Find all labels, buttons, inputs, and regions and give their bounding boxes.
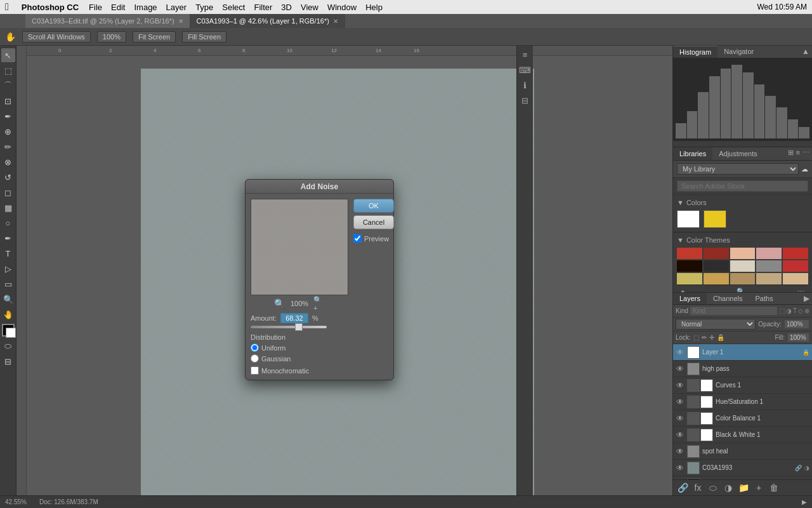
eraser-tool[interactable]: ◻ [1,185,15,199]
panel-options-icon[interactable]: ▲ [799,46,812,58]
foreground-color-chip[interactable] [2,324,15,337]
menu-filter[interactable]: Filter [254,3,272,12]
adj-filter-icon[interactable]: ◑ [786,307,792,314]
amount-slider-thumb[interactable] [295,323,303,331]
menu-image[interactable]: Image [134,3,157,12]
uniform-label[interactable]: Uniform [261,344,286,352]
pen-tool[interactable]: ✒ [1,231,15,245]
theme-swatch-4[interactable] [783,248,808,259]
layer-item-highpass[interactable]: 👁 high pass [673,361,812,377]
path-selection-tool[interactable]: ▷ [1,262,15,276]
zoom-100-button[interactable]: 100% [97,31,126,43]
quick-mask-tool[interactable]: ⬭ [1,339,15,353]
add-theme-button[interactable]: + [681,288,684,292]
tab-navigator[interactable]: Navigator [717,46,760,58]
layer-vis-5[interactable]: 👁 [676,414,684,423]
dodge-tool[interactable]: ○ [1,216,15,230]
apple-menu[interactable]:  [5,1,9,13]
pixel-filter-icon[interactable]: ⬚ [779,307,785,314]
move-tool[interactable]: ↖ [1,48,15,62]
crop-tool[interactable]: ⊡ [1,94,15,108]
menu-edit[interactable]: Edit [111,3,125,12]
theme-swatch-2[interactable] [730,248,756,259]
brush-tool[interactable]: ✏ [1,140,15,154]
theme-swatch-0[interactable] [677,248,702,259]
cancel-button[interactable]: Cancel [353,215,394,229]
menu-window[interactable]: Window [327,3,357,12]
gradient-tool[interactable]: ▦ [1,201,15,215]
libraries-options-icon[interactable]: ⋯ [802,149,809,159]
themes-expand-icon[interactable]: ▼ [677,236,684,244]
layer-effects-button[interactable]: fx [692,482,704,493]
layer-vis-6[interactable]: 👁 [676,431,684,439]
layer-vis-2[interactable]: 👁 [676,364,684,373]
menu-view[interactable]: View [301,3,318,12]
menu-layer[interactable]: Layer [166,3,187,12]
tab-layers[interactable]: Layers [673,293,707,304]
tab-libraries[interactable]: Libraries [673,147,712,160]
blend-mode-select[interactable]: Normal [676,319,756,330]
panel-toggle-3[interactable]: ℹ [519,79,532,91]
tab-1-close[interactable]: ✕ [178,18,183,25]
type-filter-icon[interactable]: T [793,307,797,314]
new-layer-button[interactable]: + [753,482,764,493]
layer-item-c03a1993[interactable]: 👁 C03A1993 🔗 ◑ [673,460,812,476]
theme-swatch-3[interactable] [756,248,782,259]
tab-2-close[interactable]: ✕ [333,18,338,25]
theme-swatch-9[interactable] [783,260,808,272]
uniform-radio[interactable] [251,344,259,352]
tab-histogram[interactable]: Histogram [673,46,717,58]
monochromatic-label[interactable]: Monochromatic [261,367,309,375]
menu-file[interactable]: File [89,3,102,12]
layer-item-colorbal1[interactable]: 👁 Color Balance 1 [673,410,812,427]
delete-layer-button[interactable]: 🗑 [768,482,780,493]
grid-view-icon[interactable]: ⊞ [788,149,794,159]
eyedropper-tool[interactable]: ✒ [1,109,15,123]
screen-mode[interactable]: ⊟ [1,354,15,368]
menu-3d[interactable]: 3D [281,3,292,12]
theme-swatch-14[interactable] [783,273,808,284]
color-swatch-2[interactable] [704,210,726,228]
selection-tool[interactable]: ⬚ [1,64,15,77]
new-adj-layer-button[interactable]: ◑ [723,482,734,493]
layer-vis-1[interactable]: 👁 [676,348,684,357]
library-select[interactable]: My Library [677,163,799,175]
add-mask-button[interactable]: ⬭ [707,482,719,493]
theme-swatch-6[interactable] [704,260,729,272]
preview-checkbox[interactable] [353,234,362,243]
menu-type[interactable]: Type [195,3,213,12]
layers-panel-options[interactable]: ▶ [801,293,812,304]
list-view-icon[interactable]: ≡ [796,149,800,159]
clone-tool[interactable]: ⊗ [1,155,15,169]
amount-input[interactable]: 68.32 [280,313,308,323]
theme-swatch-1[interactable] [704,248,729,259]
opacity-input[interactable] [784,319,809,329]
color-swatch-1[interactable] [677,210,700,228]
theme-swatch-7[interactable] [730,260,756,272]
lock-move-icon[interactable]: ✛ [709,334,714,341]
colors-expand-icon[interactable]: ▼ [677,199,684,206]
ok-button[interactable]: OK [353,199,394,213]
theme-options-icon[interactable]: ⋯ [797,288,804,292]
theme-swatch-8[interactable] [756,260,782,272]
layer-vis-3[interactable]: 👁 [676,381,684,390]
panel-toggle-4[interactable]: ⊟ [519,94,532,107]
theme-search-icon[interactable]: 🔍 [737,288,745,292]
fill-screen-button[interactable]: Fill Screen [182,31,226,43]
tab-adjustments[interactable]: Adjustments [712,147,764,160]
layer-item-bw1[interactable]: 👁 Black & White 1 [673,427,812,443]
lock-transparent-icon[interactable]: ⬚ [693,334,699,341]
fill-input[interactable] [787,333,809,342]
tab-1[interactable]: C03A1993–Edit.tif @ 25% (Layer 2, RGB/16… [25,14,190,28]
layer-vis-7[interactable]: 👁 [676,447,684,456]
theme-swatch-13[interactable] [756,273,782,284]
zoom-tool-canvas[interactable]: 🔍 [1,292,15,306]
scroll-all-windows-button[interactable]: Scroll All Windows [22,31,91,43]
shape-filter-icon[interactable]: ◇ [798,307,803,314]
smart-filter-icon[interactable]: ⊕ [804,307,809,314]
layer-item-spotheal[interactable]: 👁 spot heal [673,443,812,460]
healing-tool[interactable]: ⊕ [1,124,15,138]
layer-item-curves1[interactable]: 👁 Curves 1 [673,377,812,394]
link-layers-button[interactable]: 🔗 [677,482,688,493]
tab-channels[interactable]: Channels [707,293,749,304]
